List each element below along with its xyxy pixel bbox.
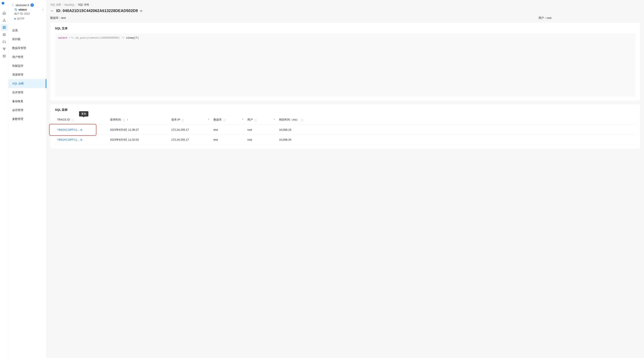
tenant-name: obtest xyxy=(18,8,27,11)
breadcrumb-sep: / xyxy=(76,3,77,6)
sql-body: sleep(?) xyxy=(126,36,139,39)
rail-home-icon[interactable] xyxy=(1,10,8,16)
page-title-id: 040A21D15C442062A613228DEAD502D9 xyxy=(62,9,138,13)
help-icon[interactable]: ? xyxy=(182,119,184,122)
meta-row: 数据库：test 用户：root xyxy=(50,16,640,20)
filter-icon[interactable]: ▾ xyxy=(208,118,209,121)
icon-rail xyxy=(0,0,8,358)
cluster-name: obcluster:3 xyxy=(16,3,29,7)
sidebar-header: obcluster:3 主 obtest ▾ 租户 ID: 1012 运行中 xyxy=(8,2,46,22)
copy-icon[interactable]: ⧉ xyxy=(80,138,82,141)
cell-req_time: 2023年8月4日 11:36:27 xyxy=(108,125,169,135)
svg-point-10 xyxy=(4,50,4,50)
sort-icon[interactable]: ▲▼ xyxy=(127,119,128,121)
cell-db: test xyxy=(212,135,245,145)
rail-network-icon[interactable] xyxy=(1,46,8,52)
sql-keyword: select xyxy=(58,36,68,39)
col-request-time[interactable]: 请求时间 xyxy=(110,118,121,121)
help-icon[interactable]: ? xyxy=(71,119,74,122)
sidebar-item[interactable]: 用户管理 xyxy=(8,53,46,61)
col-database[interactable]: 数据库 xyxy=(214,118,222,121)
copy-tooltip: 复制 xyxy=(79,111,88,117)
svg-rect-20 xyxy=(16,10,17,11)
cell-req_ip: 172.24.255.17 xyxy=(169,125,212,135)
back-arrow-icon[interactable]: ← xyxy=(50,9,54,13)
breadcrumb-sql-diagnosis[interactable]: SQL 诊断 xyxy=(50,3,61,6)
sidebar-item[interactable]: 参数管理 xyxy=(8,115,46,124)
rail-monitor-icon[interactable] xyxy=(1,53,8,59)
rail-list-icon[interactable] xyxy=(1,31,8,38)
cell-req_time: 2023年8月4日 11:32:03 xyxy=(108,135,169,145)
rail-folder-icon[interactable] xyxy=(1,38,8,45)
sql-text-card: SQL 文本 select /*+ ob_querytimeout(100000… xyxy=(50,23,640,100)
svg-rect-3 xyxy=(3,26,4,27)
main-content: SQL 诊断 / SlowSQL / SQL 详情 ← ID: 040A21D1… xyxy=(46,0,644,358)
help-icon[interactable]: ? xyxy=(254,119,257,122)
sampling-table: TRACE ID ? 复制 请求时间 ? ▲▼ xyxy=(55,115,636,145)
sidebar-item[interactable]: 性能监控 xyxy=(8,61,46,70)
breadcrumb: SQL 诊断 / SlowSQL / SQL 详情 xyxy=(50,3,640,6)
cell-resp_ms: 10,006.15 xyxy=(277,125,636,135)
sidebar-item[interactable]: 备份恢复 xyxy=(8,97,46,106)
app-logo xyxy=(1,2,7,7)
cluster-icon xyxy=(12,3,14,6)
svg-point-1 xyxy=(3,21,4,21)
svg-rect-19 xyxy=(15,10,16,11)
table-row: YB42AC18FF11...⧉2023年8月4日 11:32:03172.24… xyxy=(55,135,636,145)
breadcrumb-sql-detail: SQL 详情 xyxy=(78,3,89,6)
sidebar-item[interactable]: 拓扑图 xyxy=(8,35,46,44)
svg-rect-6 xyxy=(4,28,6,29)
sidebar-item[interactable]: SQL 诊断 xyxy=(8,79,46,88)
svg-point-16 xyxy=(13,5,14,6)
sidebar-item[interactable]: 数据库管理 xyxy=(8,44,46,53)
tenant-line[interactable]: obtest ▾ xyxy=(12,7,43,12)
title-row: ← ID: 040A21D15C442062A613228DEAD502D9 ⟳ xyxy=(50,9,640,13)
filter-icon[interactable]: ▾ xyxy=(274,118,275,121)
cell-req_ip: 172.24.255.17 xyxy=(169,135,212,145)
svg-point-0 xyxy=(4,19,4,20)
chevron-down-icon: ▾ xyxy=(42,8,43,11)
help-icon[interactable]: ? xyxy=(223,119,226,122)
breadcrumb-sep: / xyxy=(62,3,63,6)
copy-icon[interactable]: ⧉ xyxy=(80,128,82,131)
primary-badge: 主 xyxy=(30,3,34,7)
meta-user: 用户：root xyxy=(538,16,552,20)
meta-database: 数据库：test xyxy=(50,16,66,20)
help-icon[interactable]: ? xyxy=(301,119,304,122)
cluster-line[interactable]: obcluster:3 主 xyxy=(12,3,43,7)
status-dot-icon xyxy=(14,18,16,19)
tenant-id: 租户 ID: 1012 xyxy=(12,12,43,16)
svg-point-8 xyxy=(3,48,4,48)
sidebar-item[interactable]: 总览 xyxy=(8,26,46,35)
col-trace-id[interactable]: TRACE ID xyxy=(57,118,70,121)
cell-user: root xyxy=(245,125,277,135)
table-row: YB42AC18FF11...⧉2023年8月4日 11:36:27172.24… xyxy=(55,125,636,135)
sql-sampling-title: SQL 采样 xyxy=(55,108,636,112)
sql-sampling-card: SQL 采样 TRACE ID ? 复制 xyxy=(50,104,640,149)
svg-point-2 xyxy=(5,21,6,21)
help-icon[interactable]: ? xyxy=(122,119,125,122)
trace-id-link[interactable]: YB42AC18FF11... xyxy=(57,138,80,141)
cell-user: root xyxy=(245,135,277,145)
sidebar-item[interactable]: 会话管理 xyxy=(8,106,46,115)
svg-point-12 xyxy=(4,56,4,56)
col-user[interactable]: 用户 xyxy=(247,118,253,121)
col-response-ms[interactable]: 响应时间（ms） xyxy=(279,118,299,121)
rail-topology-icon[interactable] xyxy=(1,17,8,24)
sql-comment: /*+ ob_querytimeout(10000000000) */ xyxy=(69,36,125,39)
refresh-icon[interactable]: ⟳ xyxy=(140,9,142,13)
col-request-ip[interactable]: 请求 IP xyxy=(171,118,180,121)
rail-grid-icon[interactable] xyxy=(1,24,8,31)
sql-text-box: select /*+ ob_querytimeout(10000000000) … xyxy=(55,33,636,97)
svg-rect-5 xyxy=(3,28,4,29)
svg-point-15 xyxy=(12,5,12,6)
svg-point-9 xyxy=(5,48,5,48)
sidebar: obcluster:3 主 obtest ▾ 租户 ID: 1012 运行中 总… xyxy=(8,0,46,358)
svg-rect-17 xyxy=(15,9,16,9)
sidebar-item[interactable]: 资源管理 xyxy=(8,70,46,79)
svg-rect-18 xyxy=(16,9,17,9)
filter-icon[interactable]: ▾ xyxy=(242,118,243,121)
trace-id-link[interactable]: YB42AC18FF11... xyxy=(57,128,80,131)
sidebar-item[interactable]: 合并管理 xyxy=(8,88,46,97)
breadcrumb-slowsql[interactable]: SlowSQL xyxy=(64,3,75,6)
